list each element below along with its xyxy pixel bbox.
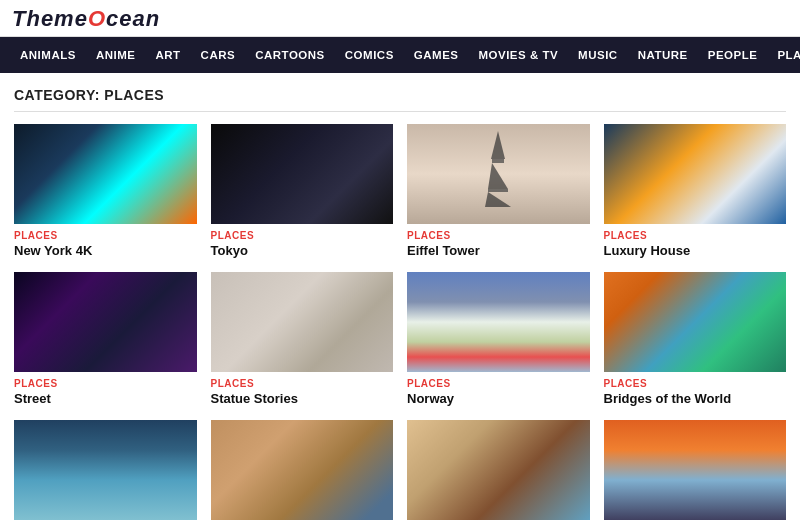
card-image-eiffel: [407, 124, 590, 224]
nav-item-anime[interactable]: ANIME: [86, 39, 146, 71]
card-row3-4[interactable]: [604, 420, 787, 520]
svg-marker-4: [485, 192, 511, 207]
card-image-street: [14, 272, 197, 372]
nav-item-places[interactable]: PLACES: [767, 39, 800, 71]
card-grid-row1: PLACES New York 4K PLACES Tokyo PLACES E…: [14, 124, 786, 258]
nav-item-movies[interactable]: MOVIES & TV: [468, 39, 568, 71]
card-category-tokyo: PLACES: [211, 230, 394, 241]
nav-item-cartoons[interactable]: CARTOONS: [245, 39, 335, 71]
nav-item-music[interactable]: MUSIC: [568, 39, 628, 71]
card-row3-2[interactable]: [211, 420, 394, 520]
card-title-statue: Statue Stories: [211, 391, 394, 406]
card-row3-3[interactable]: [407, 420, 590, 520]
card-image-bridges: [604, 272, 787, 372]
card-new-york[interactable]: PLACES New York 4K: [14, 124, 197, 258]
card-category-eiffel: PLACES: [407, 230, 590, 241]
nav-item-people[interactable]: PEOPLE: [698, 39, 768, 71]
card-norway[interactable]: PLACES Norway: [407, 272, 590, 406]
svg-marker-0: [491, 131, 505, 159]
card-title-street: Street: [14, 391, 197, 406]
card-title-bridges: Bridges of the World: [604, 391, 787, 406]
card-image-city: [407, 420, 590, 520]
card-title-luxury: Luxury House: [604, 243, 787, 258]
card-category-street: PLACES: [14, 378, 197, 389]
page-content: CATEGORY: PLACES PLACES New York 4K PLAC…: [0, 73, 800, 531]
card-image-luxury: [604, 124, 787, 224]
nav-item-cars[interactable]: CARS: [191, 39, 246, 71]
card-category-statue: PLACES: [211, 378, 394, 389]
card-eiffel[interactable]: PLACES Eiffel Tower: [407, 124, 590, 258]
card-category-new-york: PLACES: [14, 230, 197, 241]
card-bridges[interactable]: PLACES Bridges of the World: [604, 272, 787, 406]
card-row3-1[interactable]: [14, 420, 197, 520]
card-title-norway: Norway: [407, 391, 590, 406]
card-street[interactable]: PLACES Street: [14, 272, 197, 406]
card-image-norway: [407, 272, 590, 372]
card-grid-row3: [14, 420, 786, 520]
card-title-new-york: New York 4K: [14, 243, 197, 258]
card-image-new-york: [14, 124, 197, 224]
nav-item-comics[interactable]: COMICS: [335, 39, 404, 71]
nav-item-games[interactable]: GAMES: [404, 39, 469, 71]
card-title-tokyo: Tokyo: [211, 243, 394, 258]
card-category-luxury: PLACES: [604, 230, 787, 241]
card-image-tokyo: [211, 124, 394, 224]
card-image-building: [211, 420, 394, 520]
card-statue[interactable]: PLACES Statue Stories: [211, 272, 394, 406]
card-image-statue: [211, 272, 394, 372]
main-nav: ANIMALS ANIME ART CARS CARTOONS COMICS G…: [0, 37, 800, 73]
card-tokyo[interactable]: PLACES Tokyo: [211, 124, 394, 258]
card-title-eiffel: Eiffel Tower: [407, 243, 590, 258]
svg-rect-3: [488, 189, 508, 192]
card-image-sunset: [604, 420, 787, 520]
card-luxury[interactable]: PLACES Luxury House: [604, 124, 787, 258]
nav-item-animals[interactable]: ANIMALS: [10, 39, 86, 71]
site-header: ThemeOcean: [0, 0, 800, 37]
site-logo[interactable]: ThemeOcean: [12, 6, 788, 32]
card-category-bridges: PLACES: [604, 378, 787, 389]
card-category-norway: PLACES: [407, 378, 590, 389]
category-title: CATEGORY: PLACES: [14, 87, 786, 112]
card-grid-row2: PLACES Street PLACES Statue Stories PLAC…: [14, 272, 786, 406]
card-image-waterfall: [14, 420, 197, 520]
nav-item-nature[interactable]: NATURE: [628, 39, 698, 71]
eiffel-tower-svg: [483, 129, 513, 209]
svg-rect-1: [492, 159, 504, 163]
svg-marker-2: [488, 163, 508, 189]
nav-item-art[interactable]: ART: [145, 39, 190, 71]
